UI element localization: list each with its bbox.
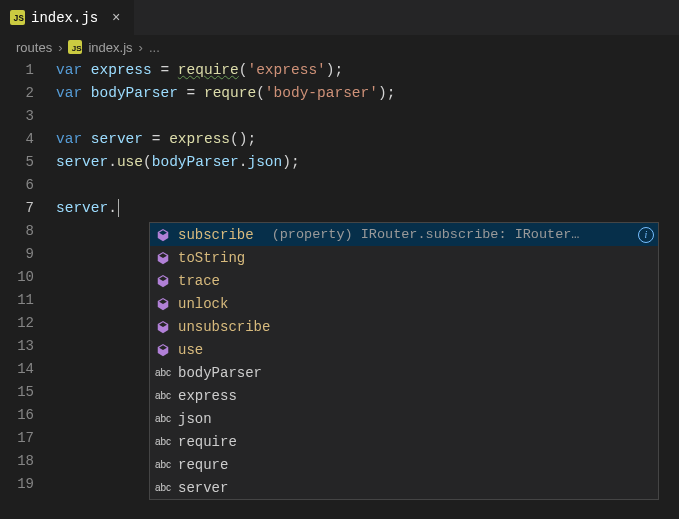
close-icon[interactable]: ×	[108, 10, 124, 26]
info-icon[interactable]: i	[638, 227, 654, 243]
suggest-detail: (property) IRouter.subscribe: IRouter…	[272, 227, 632, 242]
chevron-right-icon: ›	[58, 40, 62, 55]
method-icon	[154, 318, 172, 336]
suggest-label: json	[178, 411, 212, 427]
text-icon: abc	[154, 387, 172, 405]
method-icon	[154, 249, 172, 267]
suggest-item[interactable]: abcexpress	[150, 384, 658, 407]
suggest-label: require	[178, 434, 237, 450]
suggest-label: server	[178, 480, 228, 496]
chevron-right-icon: ›	[139, 40, 143, 55]
breadcrumb-item[interactable]: routes	[16, 40, 52, 55]
suggest-label: requre	[178, 457, 228, 473]
suggest-item[interactable]: abcjson	[150, 407, 658, 430]
intellisense-popup[interactable]: subscribe (property) IRouter.subscribe: …	[149, 222, 659, 500]
suggest-item[interactable]: unlock	[150, 292, 658, 315]
suggest-item[interactable]: abcbodyParser	[150, 361, 658, 384]
suggest-item-selected[interactable]: subscribe (property) IRouter.subscribe: …	[150, 223, 658, 246]
line-numbers: 1 2 3 4 5 6 7 8 9 10 11 12 13 14 15 16 1…	[0, 59, 56, 496]
suggest-label: unsubscribe	[178, 319, 270, 335]
breadcrumb-item[interactable]: index.js	[88, 40, 132, 55]
suggest-item[interactable]: unsubscribe	[150, 315, 658, 338]
text-cursor	[118, 199, 119, 217]
suggest-label: subscribe	[178, 227, 254, 243]
suggest-label: toString	[178, 250, 245, 266]
method-icon	[154, 226, 172, 244]
text-icon: abc	[154, 364, 172, 382]
text-icon: abc	[154, 410, 172, 428]
text-icon: abc	[154, 456, 172, 474]
suggest-item[interactable]: abcserver	[150, 476, 658, 499]
suggest-label: trace	[178, 273, 220, 289]
js-file-icon: JS	[68, 40, 82, 54]
suggest-item[interactable]: trace	[150, 269, 658, 292]
tab-bar: JS index.js ×	[0, 0, 679, 35]
suggest-item[interactable]: toString	[150, 246, 658, 269]
suggest-label: bodyParser	[178, 365, 262, 381]
suggest-label: unlock	[178, 296, 228, 312]
js-file-icon: JS	[10, 10, 25, 25]
method-icon	[154, 272, 172, 290]
suggest-item[interactable]: abcrequire	[150, 430, 658, 453]
breadcrumb[interactable]: routes › JS index.js › ...	[0, 35, 679, 59]
tab-index-js[interactable]: JS index.js ×	[0, 0, 135, 35]
suggest-label: use	[178, 342, 203, 358]
method-icon	[154, 341, 172, 359]
text-icon: abc	[154, 433, 172, 451]
method-icon	[154, 295, 172, 313]
suggest-label: express	[178, 388, 237, 404]
code-editor[interactable]: 1 2 3 4 5 6 7 8 9 10 11 12 13 14 15 16 1…	[0, 59, 679, 496]
suggest-item[interactable]: use	[150, 338, 658, 361]
breadcrumb-more[interactable]: ...	[149, 40, 160, 55]
tab-label: index.js	[31, 10, 98, 26]
suggest-item[interactable]: abcrequre	[150, 453, 658, 476]
text-icon: abc	[154, 479, 172, 497]
